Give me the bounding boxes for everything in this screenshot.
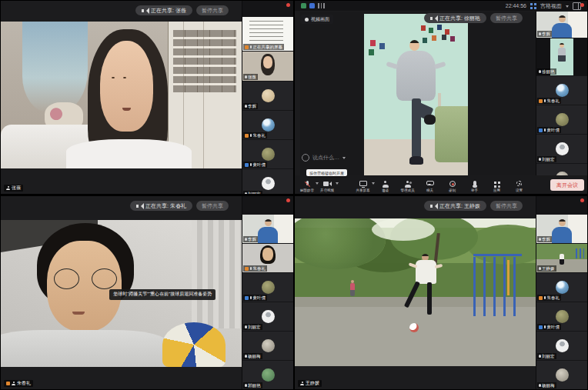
speaker-hoodie	[396, 51, 436, 101]
mic-tooltip: 按住空格键临时开麦	[306, 169, 347, 176]
participant-tile[interactable]: 黄叶倩	[536, 302, 587, 331]
participant-label: 刘丽宏	[537, 353, 556, 359]
pause-share-button[interactable]: 暂停共享	[490, 13, 523, 23]
participant-name: 朱春礼	[253, 266, 266, 272]
status-badge	[539, 296, 543, 300]
signal-icon	[318, 3, 325, 8]
sharing-status-pill: 正在共享: 张薇	[135, 5, 192, 15]
toolbar-button[interactable]: 共享屏幕	[356, 181, 371, 193]
pause-share-button[interactable]: 暂停共享	[196, 5, 229, 15]
participant-name: 李辉	[248, 237, 256, 242]
meeting-window-bottom-right: 正在共享: 王静媛 暂停共享 王静媛	[295, 196, 587, 389]
meeting-toolbar: 解除静音 开启视频 共享屏幕 邀请	[295, 175, 587, 194]
chevron-down-icon	[342, 157, 346, 161]
mic-icon	[245, 238, 247, 242]
participant-tile[interactable]: 朱春礼	[242, 244, 293, 272]
participants-sidebar[interactable]: 李辉 徐丽艳 朱春礼	[536, 1, 587, 175]
toolbar-button-label: 邀请	[382, 188, 389, 192]
toolbar-button[interactable]: 举手	[467, 181, 483, 193]
member-icon	[6, 186, 10, 190]
participant-tile[interactable]: 李辉	[536, 12, 587, 38]
video-mode-badge: 视频画面	[301, 15, 333, 24]
mic-icon	[250, 134, 252, 138]
mic-icon	[539, 238, 541, 242]
participants-sidebar[interactable]: 李辉 王静媛 朱春礼	[536, 196, 587, 389]
chevron-down-icon[interactable]	[372, 182, 375, 186]
participant-tile[interactable]: 郭丽艳	[242, 361, 293, 389]
view-toggle-label[interactable]: 宫格视图	[540, 2, 562, 10]
participant-tile[interactable]: 李辉	[242, 215, 293, 243]
participant-label: 刘丽宏	[243, 324, 262, 330]
toolbar-button[interactable]: 邀请	[378, 181, 393, 193]
meeting-window-top-left: 正在共享: 张薇 暂停共享 张薇 正在共享的屏	[1, 1, 293, 194]
mic-icon	[539, 355, 541, 358]
participant-tile[interactable]: 正在共享的屏幕	[242, 17, 293, 51]
chat-input[interactable]: 说点什么…	[302, 154, 346, 162]
curtain-decor	[192, 220, 242, 328]
invite-icon	[382, 181, 389, 188]
caption-overlay: 垫球时“蹲膝关节”“重心在前”接球后退回准备姿势	[109, 289, 215, 300]
participant-tile[interactable]: 杨丽梅	[242, 332, 293, 360]
speaker-name-badge: 张薇	[4, 185, 23, 192]
pause-share-button[interactable]: 暂停共享	[196, 201, 229, 211]
toolbar-button[interactable]: 录制	[445, 181, 460, 193]
participant-tile[interactable]: 刘丽宏	[536, 332, 587, 360]
chat-placeholder: 说点什么…	[312, 154, 339, 162]
participants-sidebar[interactable]: 正在共享的屏幕 张薇 李辉	[242, 1, 293, 194]
mic-icon	[245, 75, 247, 79]
glasses-decor	[54, 268, 117, 288]
pause-share-button[interactable]: 暂停共享	[490, 201, 523, 211]
mic-icon	[539, 384, 541, 388]
participant-name: 郭丽艳	[248, 383, 261, 388]
participant-tile[interactable]: 黄叶倩	[242, 140, 293, 168]
participant-tile[interactable]: 黄叶倩	[242, 273, 293, 302]
participant-label: 朱春礼	[243, 132, 267, 138]
toolbar-button[interactable]: 设置	[512, 181, 527, 193]
participant-tile[interactable]: 朱春礼	[536, 76, 587, 105]
mic-icon	[539, 32, 541, 36]
speaker-leg	[412, 98, 421, 158]
photo-wall-decor	[421, 25, 426, 31]
close-icon[interactable]	[580, 3, 584, 7]
main-video	[295, 218, 536, 366]
leave-meeting-button[interactable]: 离开会议	[550, 179, 584, 191]
toolbar-button[interactable]: 应用	[489, 181, 505, 193]
status-badge	[245, 163, 249, 167]
participant-tile[interactable]: 李辉	[536, 215, 587, 243]
toolbar-button-label: 设置	[516, 188, 523, 192]
close-icon[interactable]	[286, 198, 290, 202]
participant-tile[interactable]: 杨丽梅	[536, 361, 587, 389]
photo-wall-decor	[370, 40, 376, 46]
participant-tile[interactable]: 刘丽宏	[242, 169, 293, 194]
participant-tile[interactable]: 朱春礼	[242, 111, 293, 139]
participant-tile[interactable]: 刘丽宏	[242, 302, 293, 331]
speaker-shirt	[416, 260, 436, 284]
toolbar-button[interactable]: 聊天	[423, 181, 438, 193]
muted-speaker-icon	[430, 203, 436, 209]
sharing-header: 正在共享: 朱春礼 暂停共享	[130, 201, 229, 211]
chevron-down-icon	[566, 5, 569, 9]
participant-tile[interactable]: 李辉	[242, 82, 293, 110]
mic-icon	[544, 296, 546, 300]
participant-tile[interactable]: 张薇	[242, 52, 293, 81]
close-icon[interactable]	[580, 198, 584, 202]
participant-tile[interactable]: 朱春礼	[536, 273, 587, 302]
mic-icon	[250, 267, 252, 271]
close-icon[interactable]	[286, 3, 290, 7]
chat-icon	[426, 181, 434, 188]
participant-name: 朱春礼	[547, 295, 560, 301]
participant-label: 刘丽宏	[243, 191, 262, 194]
participant-label: 朱春礼	[537, 295, 561, 301]
participant-label: 王静媛	[537, 265, 556, 272]
participant-name: 刘丽宏	[542, 354, 555, 359]
participant-tile[interactable]: 黄叶倩	[536, 105, 587, 134]
participants-sidebar[interactable]: 李辉 朱春礼 黄叶倩	[242, 196, 293, 389]
participant-tile[interactable]: 刘丽宏	[536, 135, 587, 163]
speaker-name: 朱春礼	[17, 380, 31, 387]
participant-label: 杨丽梅	[537, 382, 556, 388]
participant-tile[interactable]: 徐丽艳	[536, 38, 587, 75]
participant-tile[interactable]: 王静媛	[536, 244, 587, 272]
encryption-icon	[301, 3, 306, 8]
participant-name: 徐丽艳	[542, 69, 555, 75]
toolbar-button[interactable]: 管理成员	[400, 181, 416, 193]
